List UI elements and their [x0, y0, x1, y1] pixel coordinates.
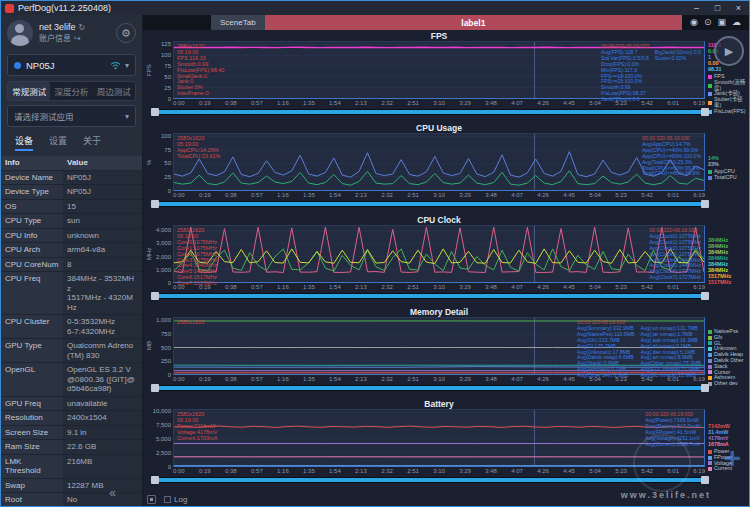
x-axis-ticks: 0:000:190:380:571:161:351:542:132:322:51…: [173, 284, 705, 292]
app-select-dropdown[interactable]: 请选择测试应用 ▾: [7, 105, 136, 127]
table-row: Resolution2400x1504: [1, 411, 142, 426]
y-tick-label: 750: [161, 331, 171, 337]
account-info-label[interactable]: 账户信息: [39, 34, 71, 43]
table-row: RootNo: [1, 493, 142, 507]
device-selector[interactable]: NP05J ▾: [7, 54, 136, 76]
y-tick-label: 4,000: [156, 227, 171, 233]
legend-swatch: [708, 84, 712, 88]
refresh-icon[interactable]: ↻: [79, 23, 86, 32]
value-cell: unknown: [63, 229, 142, 243]
info-cell: GPU Type: [1, 339, 63, 362]
x-tick-label: 6:19: [693, 284, 705, 292]
x-tick-label: 2:51: [407, 468, 419, 476]
plot-area[interactable]: 2580x162005:19:00Power:7116mWVoltage:417…: [173, 409, 705, 467]
x-tick-label: 4:45: [563, 192, 575, 200]
info-tab[interactable]: 设置: [49, 134, 67, 151]
test-tab[interactable]: 常规测试: [8, 82, 50, 100]
window-titlebar: PerfDog(v11.2.250408) – □ ×: [1, 1, 749, 15]
grid-toggle-icon[interactable]: [147, 495, 156, 504]
scrollbar-right-handle[interactable]: [701, 108, 709, 116]
y-tick-label: 25: [164, 85, 171, 91]
x-tick-label: 0:19: [199, 100, 211, 108]
chart-right-column: 14%23% AppCPUTotalCPU: [705, 133, 749, 191]
y-tick-label: 100: [161, 133, 171, 139]
x-tick-label: 2:32: [381, 100, 393, 108]
user-info-row: net 3elife↻ 账户信息↪ ⚙: [1, 15, 142, 50]
settings-gear-button[interactable]: ⚙: [116, 23, 136, 43]
scene-toolbar: SceneTab label1 ◉ ⊙ ▣ ☁: [143, 15, 749, 30]
log-checkbox[interactable]: [164, 496, 171, 503]
scrollbar-left-handle[interactable]: [151, 384, 159, 392]
legend-item[interactable]: TotalCPU: [708, 175, 749, 181]
cloud-icon[interactable]: ☁: [732, 18, 741, 27]
scrollbar-right-handle[interactable]: [701, 200, 709, 208]
scrollbar-right-handle[interactable]: [701, 384, 709, 392]
info-cell: OpenGL: [1, 363, 63, 396]
memory-chart-panel: Memory Detail MB 1,0007505002500 2580x16…: [143, 307, 749, 399]
legend-item[interactable]: Other dev: [708, 381, 749, 387]
chart-title: Battery: [173, 399, 705, 409]
x-tick-label: 2:51: [407, 192, 419, 200]
watermark-url: www.3elife.net: [621, 490, 711, 500]
chart-scrollbar[interactable]: [151, 477, 709, 483]
scrollbar-right-handle[interactable]: [701, 292, 709, 300]
scrollbar-left-handle[interactable]: [151, 476, 159, 484]
chart-title: Memory Detail: [173, 307, 705, 317]
scene-label-badge[interactable]: label1: [265, 15, 682, 30]
plot-area[interactable]: 2580x1620 00:00:320-06:19:000Avg(Summary…: [173, 317, 705, 375]
x-tick-label: 5:23: [615, 192, 627, 200]
bulb-icon[interactable]: ⊙: [704, 18, 712, 27]
overlay-line: InterFrame:0: [177, 91, 224, 97]
x-tick-label: 4:45: [563, 100, 575, 108]
x-tick-label: 1:54: [329, 468, 341, 476]
legend-item[interactable]: FIsLow(FPS): [708, 109, 749, 115]
info-tab[interactable]: 关于: [83, 134, 101, 151]
table-row: Device NameNP05J: [1, 171, 142, 186]
maximize-button[interactable]: □: [709, 3, 726, 13]
x-tick-label: 2:32: [381, 468, 393, 476]
chart-scrollbar[interactable]: [151, 293, 709, 299]
folder-icon[interactable]: ▣: [717, 18, 726, 27]
sidebar-collapse-button[interactable]: «: [109, 486, 116, 500]
x-tick-label: 3:10: [433, 376, 445, 384]
x-tick-label: 1:54: [329, 192, 341, 200]
x-tick-label: 0:00: [173, 376, 185, 384]
scrollbar-left-handle[interactable]: [151, 200, 159, 208]
info-cell: Device Type: [1, 185, 63, 199]
scrollbar-left-handle[interactable]: [151, 292, 159, 300]
chart-scrollbar[interactable]: [151, 385, 709, 391]
play-button[interactable]: ▶: [714, 36, 744, 66]
scrollbar-right-handle[interactable]: [701, 476, 709, 484]
y-tick-label: 10,000: [153, 408, 171, 414]
plot-area[interactable]: 2580x162005:19:00AppCPU:14.25%TotalCPU:2…: [173, 133, 705, 191]
info-tab[interactable]: 设备: [15, 134, 33, 151]
log-toggle[interactable]: Log: [164, 495, 187, 504]
x-tick-label: 5:23: [615, 284, 627, 292]
logout-icon[interactable]: ↪: [74, 34, 81, 43]
test-tab[interactable]: 周边测试: [93, 82, 135, 100]
marker-icon[interactable]: ◉: [690, 18, 698, 27]
minimize-button[interactable]: –: [688, 3, 705, 13]
chart-scrollbar[interactable]: [151, 201, 709, 207]
legend-swatch: [708, 170, 712, 174]
x-tick-label: 0:19: [199, 192, 211, 200]
plot-area[interactable]: 2580x162005:19:00FPS:119.33Smooth:0.99FI…: [173, 41, 705, 99]
info-cell: Device Name: [1, 171, 63, 185]
x-tick-label: 4:07: [511, 100, 523, 108]
close-button[interactable]: ×: [730, 3, 747, 13]
table-row: OS15: [1, 200, 142, 215]
value-cell: 22.6 GB: [63, 440, 142, 454]
x-tick-label: 0:57: [251, 376, 263, 384]
plot-area[interactable]: 2580x162005:19:00Core0:1075MHzCore1:1075…: [173, 225, 705, 283]
x-tick-label: 6:01: [667, 192, 679, 200]
table-row: Swap12287 MB: [1, 479, 142, 494]
scrollbar-left-handle[interactable]: [151, 108, 159, 116]
chevron-down-icon[interactable]: ▾: [125, 61, 129, 70]
x-tick-label: 4:26: [537, 192, 549, 200]
x-tick-label: 1:54: [329, 284, 341, 292]
test-tab[interactable]: 深度分析: [50, 82, 92, 100]
chart-scrollbar[interactable]: [151, 109, 709, 115]
scene-tab[interactable]: SceneTab: [211, 15, 265, 30]
hover-readout: 2580x1620: [177, 320, 204, 326]
y-tick-label: 100: [161, 52, 171, 58]
